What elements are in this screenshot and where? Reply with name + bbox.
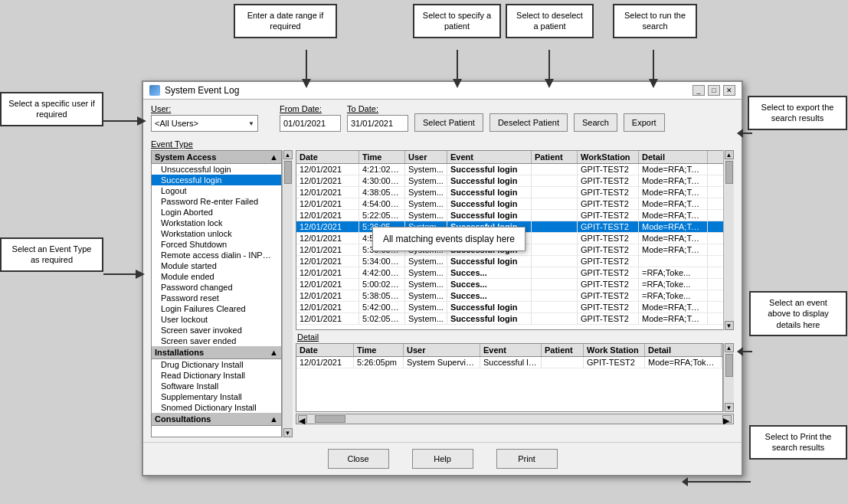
user-dropdown[interactable]: <All Users> ▼: [151, 115, 258, 132]
detail-scroll-thumb[interactable]: [725, 354, 733, 377]
event-list-item[interactable]: Logout: [152, 185, 281, 196]
table-row[interactable]: 12/01/20215:02:05pmSystem...Successful l…: [296, 313, 733, 325]
table-cell: Successful login: [447, 164, 532, 175]
event-list-item[interactable]: Password reset: [152, 293, 281, 303]
close-button[interactable]: Close: [328, 449, 389, 469]
hscroll-left-button[interactable]: ◀: [298, 415, 307, 423]
results-scroll-thumb[interactable]: [725, 161, 733, 184]
detail-cell: 12/01/2021: [296, 357, 354, 368]
table-row[interactable]: 12/01/20215:38:05pmSystem...Succes...GPI…: [296, 290, 733, 302]
table-cell: 5:22:05pm: [359, 210, 405, 221]
event-list-item[interactable]: Password changed: [152, 282, 281, 293]
close-button[interactable]: ✕: [723, 85, 735, 96]
export-button[interactable]: Export: [624, 113, 665, 132]
event-list-item[interactable]: Remote access dialin - INPS Su: [152, 250, 281, 260]
hscroll-thumb[interactable]: [315, 415, 345, 423]
content-area: System Access▲Unsuccessful loginSuccessf…: [143, 150, 742, 442]
detail-cell: Successful login: [480, 357, 542, 368]
help-button[interactable]: Help: [412, 449, 473, 469]
detail-scroll-up[interactable]: ▲: [725, 343, 734, 352]
event-list-item[interactable]: Login Aborted: [152, 207, 281, 218]
to-date-label: To Date:: [347, 104, 408, 113]
deselect-patient-button[interactable]: Deselect Patient: [489, 113, 568, 132]
table-cell: =RFA;Toke...: [639, 279, 708, 290]
select-patient-button[interactable]: Select Patient: [414, 113, 483, 132]
table-cell: GPIT-TEST2: [578, 187, 639, 198]
detail-body[interactable]: 12/01/20215:26:05pmSystem Supervisor, Mr…: [296, 357, 722, 409]
event-list-item[interactable]: Password Re-enter Failed: [152, 196, 281, 207]
table-row[interactable]: 12/01/20214:54:00pmSystem...Successful l…: [296, 198, 733, 210]
event-category-header: Installations▲: [152, 346, 281, 359]
table-cell: Mode=RFA;Toke...: [639, 175, 708, 186]
arrow-print-results: [682, 475, 755, 489]
maximize-button[interactable]: □: [708, 85, 720, 96]
table-cell: 5:38:05pm: [359, 290, 405, 301]
event-list-item[interactable]: Successful login: [152, 175, 281, 185]
scroll-down-button[interactable]: ▼: [283, 428, 293, 437]
table-cell: Mode=RFA;Toke...: [639, 198, 708, 209]
table-row[interactable]: 12/01/20214:38:05pmSystem...Successful l…: [296, 187, 733, 198]
detail-scrollbar[interactable]: ▲ ▼: [723, 343, 734, 412]
table-cell: GPIT-TEST2: [578, 313, 639, 324]
from-date-label: From Date:: [280, 104, 341, 113]
event-list-scrollbar[interactable]: ▲ ▼: [282, 150, 293, 437]
scroll-thumb[interactable]: [284, 161, 292, 184]
print-button[interactable]: Print: [496, 449, 558, 469]
table-cell: 12/01/2021: [296, 302, 359, 313]
event-list-item[interactable]: Workstation lock: [152, 218, 281, 228]
results-scroll-down[interactable]: ▼: [725, 321, 734, 330]
event-list-item[interactable]: Screen saver invoked: [152, 325, 281, 335]
results-col-header: Patient: [532, 151, 578, 163]
table-cell: 12/01/2021: [296, 221, 359, 232]
event-list-item[interactable]: Module ended: [152, 271, 281, 282]
to-date-input[interactable]: [347, 115, 408, 132]
event-list-item[interactable]: Software Install: [152, 381, 281, 391]
event-list-item[interactable]: Snomed Dictionary Install: [152, 402, 281, 413]
table-row[interactable]: 12/01/20215:22:05pmSystem...Successful l…: [296, 210, 733, 221]
detail-scroll-down[interactable]: ▼: [725, 403, 734, 412]
detail-container: DateTimeUserEventPatientWork StationDeta…: [296, 343, 723, 412]
minimize-button[interactable]: _: [692, 85, 705, 96]
horizontal-scrollbar[interactable]: ◀ ▶: [296, 414, 734, 424]
svg-marker-17: [682, 477, 688, 486]
window-title: System Event Log: [165, 85, 239, 96]
table-cell: [532, 313, 578, 324]
user-label: User:: [151, 104, 258, 113]
table-row[interactable]: 12/01/20215:42:00pmSystem...Successful l…: [296, 302, 733, 313]
event-list-item[interactable]: Unsuccessful login: [152, 164, 281, 175]
search-button[interactable]: Search: [574, 113, 617, 132]
svg-marker-11: [136, 270, 145, 279]
detail-label: Detail: [296, 330, 734, 343]
annotation-select-user: Select a specific user if required: [0, 92, 103, 126]
table-row[interactable]: 12/01/20214:42:00pmSystem...Succes...GPI…: [296, 267, 733, 279]
table-cell: Mode=RFA;Toke...: [639, 221, 708, 232]
event-list-item[interactable]: Screen saver ended: [152, 335, 281, 346]
table-cell: 5:00:02pm: [359, 279, 405, 290]
table-row[interactable]: 12/01/20214:21:02pmSystem...Successful l…: [296, 164, 733, 175]
table-cell: GPIT-TEST2: [578, 290, 639, 301]
table-cell: [532, 256, 578, 267]
table-cell: Successful login: [447, 198, 532, 209]
table-cell: [532, 221, 578, 232]
table-row[interactable]: 12/01/20215:34:00pmSystem...Successful l…: [296, 256, 733, 267]
from-date-input[interactable]: [280, 115, 341, 132]
event-list-item[interactable]: Forced Shutdown: [152, 239, 281, 250]
table-row[interactable]: 12/01/20215:00:02pmSystem...Succes...GPI…: [296, 279, 733, 290]
table-row[interactable]: 12/01/20214:30:00pmSystem...Successful l…: [296, 175, 733, 187]
event-list-item[interactable]: Login Failures Cleared: [152, 303, 281, 314]
event-list-item[interactable]: Supplementary Install: [152, 391, 281, 402]
event-list-item[interactable]: Workstation unlock: [152, 228, 281, 239]
event-list-item[interactable]: User lockout: [152, 314, 281, 325]
table-cell: System...: [405, 198, 447, 209]
scroll-up-button[interactable]: ▲: [283, 150, 293, 159]
results-scroll-up[interactable]: ▲: [725, 150, 734, 159]
table-cell: GPIT-TEST2: [578, 198, 639, 209]
detail-cell: Mode=RFA;Token Id...: [645, 357, 722, 368]
event-list-item[interactable]: Drug Dictionary Install: [152, 359, 281, 370]
hscroll-right-button[interactable]: ▶: [722, 415, 732, 423]
table-cell: Successful login: [447, 313, 532, 324]
results-scrollbar[interactable]: ▲ ▼: [723, 150, 734, 330]
event-list-item[interactable]: Read Dictionary Install: [152, 370, 281, 381]
detail-row[interactable]: 12/01/20215:26:05pmSystem Supervisor, Mr…: [296, 357, 722, 368]
event-list-item[interactable]: Module started: [152, 260, 281, 271]
